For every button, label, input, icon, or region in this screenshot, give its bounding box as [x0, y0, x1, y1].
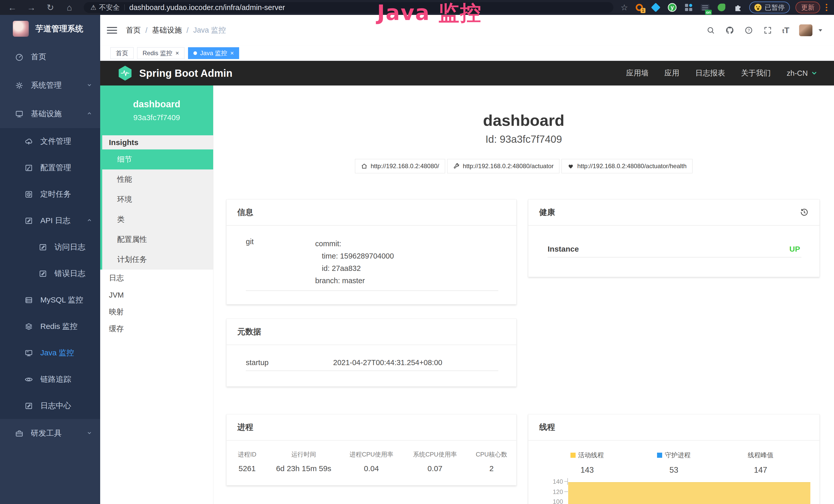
sidebar-item-jobs[interactable]: 定时任务: [0, 181, 100, 207]
cores-value: 2: [467, 459, 516, 473]
history-icon[interactable]: [800, 208, 809, 217]
avatar[interactable]: [799, 24, 812, 36]
actuator-url-chip[interactable]: http://192.168.0.2:48080/actuator: [447, 159, 560, 173]
sidebar-item-home[interactable]: 首页: [0, 43, 100, 71]
insight-item-metrics[interactable]: 性能: [102, 169, 213, 189]
close-icon[interactable]: ×: [230, 50, 234, 56]
update-button[interactable]: 更新: [795, 2, 820, 13]
sidebar-item-config[interactable]: 配置管理: [0, 155, 100, 181]
status-badge: UP: [789, 245, 800, 253]
git-commit-line: commit:: [315, 237, 394, 250]
legend-peak: 线程峰值: [717, 451, 804, 459]
info-card: 信息 git commit: time: 1596289704000 id: 2…: [226, 199, 517, 304]
search-icon[interactable]: [706, 26, 715, 35]
sidebar-item-api-log[interactable]: API 日志: [0, 207, 100, 234]
sidebar-item-trace[interactable]: 链路追踪: [0, 366, 100, 393]
sidebar-item-error-log[interactable]: 错误日志: [0, 260, 100, 287]
sba-nav-wallboard[interactable]: 应用墙: [626, 68, 649, 78]
sidebar-item-redis[interactable]: Redis 监控: [0, 313, 100, 340]
health-card-title: 健康: [539, 207, 555, 218]
tab-redis[interactable]: Redis 监控 ×: [137, 47, 184, 59]
tab-label: Redis 监控: [142, 49, 172, 57]
insight-item-configprops[interactable]: 配置属性: [102, 230, 213, 250]
locale-select[interactable]: zh-CN: [787, 69, 817, 77]
paused-profile-chip[interactable]: 已暂停: [749, 2, 790, 13]
extension-leaf-icon[interactable]: [716, 2, 727, 13]
sidebar-item-label: 首页: [31, 52, 46, 62]
github-icon[interactable]: [725, 26, 734, 35]
address-bar[interactable]: ⚠ 不安全 dashboard.yudao.iocoder.cn/infra/a…: [84, 2, 613, 13]
toolbox-icon: [15, 429, 24, 438]
fullscreen-icon[interactable]: [763, 26, 772, 35]
sidebar-item-log-center[interactable]: 日志中心: [0, 393, 100, 419]
extension-y-icon[interactable]: y: [667, 2, 677, 13]
home-icon[interactable]: ⌂: [63, 3, 76, 13]
insight-item-scheduled[interactable]: 计划任务: [102, 250, 213, 270]
service-url-chip[interactable]: http://192.168.0.2:48080/: [355, 159, 445, 173]
insight-item-details[interactable]: 细节: [102, 150, 213, 169]
help-icon[interactable]: ?: [744, 26, 753, 35]
instance-sidebar: dashboard 93a3fc7f7409 Insights 细节 性能 环境…: [100, 86, 214, 504]
chevron-down-icon: [86, 81, 92, 90]
cloud-upload-icon: [24, 137, 33, 146]
threads-values: 143 53 147: [528, 459, 819, 475]
blue-pin-icon: [651, 3, 661, 12]
instance-nav-logging[interactable]: 日志: [100, 270, 213, 287]
sidebar-item-label: 基础设施: [31, 109, 62, 119]
health-url-chip[interactable]: http://192.168.0.2:48080/actuator/health: [562, 159, 693, 173]
url-text[interactable]: dashboard.yudao.iocoder.cn/infra/admin-s…: [129, 3, 285, 12]
insight-item-environment[interactable]: 环境: [102, 189, 213, 209]
sba-nav-about[interactable]: 关于我们: [741, 68, 771, 78]
tab-java[interactable]: Java 监控 ×: [188, 47, 239, 59]
instance-nav-mappings[interactable]: 映射: [100, 303, 213, 320]
browser-menu-icon[interactable]: [823, 4, 830, 11]
instance-nav-jvm[interactable]: JVM: [100, 287, 213, 303]
breadcrumb-infra[interactable]: 基础设施: [152, 25, 182, 36]
metadata-card-title: 元数据: [226, 319, 516, 345]
extension-on-icon[interactable]: on: [700, 2, 710, 13]
close-icon[interactable]: ×: [175, 50, 179, 56]
hamburger-icon[interactable]: [107, 25, 117, 36]
sidebar-item-system[interactable]: 系统管理: [0, 71, 100, 100]
puzzle-icon: [733, 3, 742, 12]
sidebar-item-java[interactable]: Java 监控: [0, 340, 100, 366]
sidebar-logo-row[interactable]: 芋道管理系统: [0, 15, 100, 43]
security-label[interactable]: 不安全: [99, 3, 120, 12]
instance-id: 93a3fc7f7409: [133, 113, 180, 122]
breadcrumb-current: Java 监控: [193, 25, 226, 36]
insecure-warning-icon: ⚠: [90, 4, 96, 12]
col-proc-cpu: 进程CPU使用率: [339, 450, 403, 459]
bookmark-star-icon[interactable]: ☆: [620, 3, 628, 12]
timer-icon: [24, 190, 33, 199]
reload-icon[interactable]: ↻: [44, 2, 57, 13]
sidebar-item-files[interactable]: 文件管理: [0, 128, 100, 155]
edit-square-icon: [24, 164, 33, 172]
breadcrumb-separator: /: [186, 26, 189, 35]
back-icon[interactable]: ←: [6, 3, 19, 13]
java-monitor-icon: [24, 349, 33, 358]
sidebar-item-devtools[interactable]: 研发工具: [0, 419, 100, 448]
forward-icon[interactable]: →: [25, 3, 38, 13]
info-row: git commit: time: 1596289704000 id: 27aa…: [226, 226, 516, 287]
sba-logo-icon: [118, 66, 133, 81]
tab-home[interactable]: 首页: [110, 47, 134, 59]
avatar-caret-icon[interactable]: [818, 29, 822, 31]
font-size-icon[interactable]: tT: [782, 26, 789, 35]
sba-nav-applications[interactable]: 应用: [664, 68, 679, 78]
breadcrumb-home[interactable]: 首页: [126, 25, 141, 36]
sba-brand[interactable]: Spring Boot Admin: [139, 68, 233, 79]
extension-orange-icon[interactable]: 1: [634, 2, 644, 13]
sba-nav-journal[interactable]: 日志报表: [695, 68, 725, 78]
sidebar-item-mysql[interactable]: MySQL 监控: [0, 287, 100, 313]
instance-nav-caches[interactable]: 缓存: [100, 320, 213, 337]
address-divider: [124, 4, 125, 10]
extension-grid-icon[interactable]: [683, 2, 694, 13]
extension-pin-icon[interactable]: [651, 2, 661, 13]
extensions-puzzle-icon[interactable]: [733, 2, 743, 13]
live-threads-area: [568, 482, 810, 504]
instance-header[interactable]: dashboard 93a3fc7f7409: [100, 86, 213, 135]
spring-boot-admin: Spring Boot Admin 应用墙 应用 日志报表 关于我们 zh-CN: [100, 61, 834, 504]
sidebar-item-infra[interactable]: 基础设施: [0, 100, 100, 128]
insight-item-beans[interactable]: 类: [102, 209, 213, 230]
sidebar-item-access-log[interactable]: 访问日志: [0, 234, 100, 260]
